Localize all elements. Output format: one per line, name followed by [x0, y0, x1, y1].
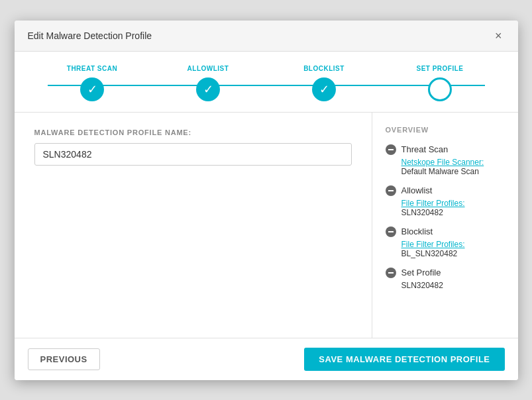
step-circle-allowlist: ✓ [196, 77, 220, 101]
minus-icon-threat-scan [386, 144, 396, 155]
minus-icon-allowlist [386, 185, 396, 196]
overview-sublabel-threat-scan: Netskope File Scanner: [401, 158, 505, 167]
step-check-threat-scan: ✓ [87, 82, 97, 97]
step-circle-blocklist: ✓ [312, 77, 336, 101]
close-button[interactable]: × [492, 30, 505, 42]
step-check-allowlist: ✓ [203, 82, 213, 97]
dialog-title: Edit Malware Detection Profile [28, 30, 152, 41]
overview-name-blocklist: Blocklist [401, 226, 433, 236]
step-circle-set-profile [428, 77, 452, 101]
stepper: THREAT SCAN ✓ ALLOWLIST ✓ BLOCKLIST ✓ [34, 65, 498, 101]
overview-title: OVERVIEW [386, 126, 505, 134]
right-panel: OVERVIEW Threat Scan Netskope File Scann… [372, 113, 518, 338]
step-circle-threat-scan: ✓ [80, 77, 104, 101]
overview-name-threat-scan: Threat Scan [401, 144, 449, 154]
overview-subvalue-set-profile: SLN320482 [401, 281, 505, 290]
overview-subvalue-blocklist: BL_SLN320482 [401, 249, 505, 258]
profile-name-label: MALWARE DETECTION PROFILE NAME: [34, 128, 352, 136]
step-label-threat-scan: THREAT SCAN [67, 65, 117, 72]
overview-item-header-blocklist: Blocklist [386, 226, 505, 237]
dialog-body: MALWARE DETECTION PROFILE NAME: OVERVIEW… [15, 113, 518, 338]
minus-icon-set-profile [386, 268, 396, 278]
edit-malware-dialog: Edit Malware Detection Profile × THREAT … [15, 21, 518, 380]
overview-item-header-set-profile: Set Profile [386, 268, 505, 278]
step-allowlist: ALLOWLIST ✓ [150, 65, 266, 101]
overview-subvalue-threat-scan: Default Malware Scan [401, 167, 505, 176]
overview-sublabel-blocklist: File Filter Profiles: [401, 240, 505, 249]
overview-item-header-allowlist: Allowlist [386, 185, 505, 196]
overview-item-set-profile: Set Profile SLN320482 [386, 268, 505, 290]
step-set-profile: SET PROFILE [382, 65, 498, 101]
overview-sublabel-allowlist: File Filter Profiles: [401, 199, 505, 208]
left-panel: MALWARE DETECTION PROFILE NAME: [15, 113, 372, 338]
step-label-set-profile: SET PROFILE [416, 65, 463, 72]
save-button[interactable]: SAVE MALWARE DETECTION PROFILE [304, 348, 504, 371]
minus-icon-blocklist [386, 226, 396, 237]
step-threat-scan: THREAT SCAN ✓ [34, 65, 150, 101]
step-label-allowlist: ALLOWLIST [187, 65, 229, 72]
overview-item-header-threat-scan: Threat Scan [386, 144, 505, 155]
overview-name-allowlist: Allowlist [401, 185, 433, 195]
previous-button[interactable]: PREVIOUS [28, 348, 100, 370]
overview-subvalue-allowlist: SLN320482 [401, 208, 505, 217]
overview-item-blocklist: Blocklist File Filter Profiles: BL_SLN32… [386, 226, 505, 258]
step-label-blocklist: BLOCKLIST [303, 65, 345, 72]
stepper-section: THREAT SCAN ✓ ALLOWLIST ✓ BLOCKLIST ✓ [15, 52, 518, 113]
overview-name-set-profile: Set Profile [401, 268, 441, 277]
profile-name-input[interactable] [34, 143, 352, 166]
dialog-footer: PREVIOUS SAVE MALWARE DETECTION PROFILE [15, 338, 518, 380]
overview-item-threat-scan: Threat Scan Netskope File Scanner: Defau… [386, 144, 505, 176]
step-blocklist: BLOCKLIST ✓ [266, 65, 382, 101]
overview-item-allowlist: Allowlist File Filter Profiles: SLN32048… [386, 185, 505, 217]
dialog-header: Edit Malware Detection Profile × [15, 21, 518, 52]
step-check-blocklist: ✓ [319, 82, 329, 97]
